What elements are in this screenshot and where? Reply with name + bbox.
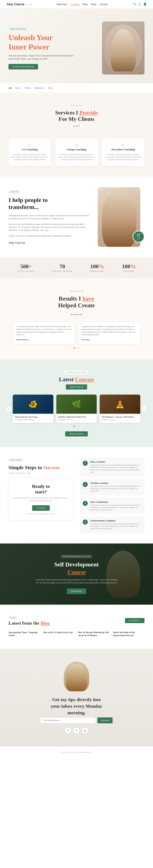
step-item-2: 2 Schedule a meeting Lean about how from… <box>80 479 145 495</box>
blog-post-2: How to Be 1% Better Every Day <box>43 631 75 638</box>
dot-2[interactable] <box>76 347 77 349</box>
browse-courses-button[interactable]: Browse Courses <box>65 431 88 436</box>
course-name-1: Embracing Life and Living <box>15 416 51 418</box>
stat-number-support: 100% <box>122 264 136 270</box>
nav-blog[interactable]: Blog <box>83 3 88 6</box>
hero-subtitle: Discover the simple 3 Steps That I Disco… <box>8 54 76 61</box>
brand-volta: Volta <box>48 87 53 89</box>
course-card-3: 🧘 NLP Beginners - Become a NLP Master Be… <box>100 395 140 423</box>
course-name-2: Redefine: Build Your Perfect Life <box>58 416 95 418</box>
testimonial-author-2: Tom Allen <box>82 339 137 341</box>
steps-right: 1 Make a decision Lean about how from yo… <box>80 458 145 533</box>
courses-dot-3[interactable] <box>78 426 80 427</box>
stat-number-courses: 70 <box>52 264 72 270</box>
blog-title: Latest from the Blog <box>8 620 50 626</box>
results-title: Results I haveHelped Create <box>8 295 145 309</box>
blog-grid: Stop Ignoring These 7 Inspiring Truths H… <box>8 631 145 638</box>
services-section: What I Do Best Services I ProvideFor My … <box>0 93 153 177</box>
ready-card-note: All courses are rightfully Amy Garcias. <box>14 513 68 515</box>
hero-image <box>102 22 145 74</box>
nav-social-links: f i p <box>27 3 31 5</box>
explore-button[interactable]: Explore <box>70 124 84 128</box>
courses-dot-2[interactable] <box>76 426 77 427</box>
stat-number-aspirations: 100% <box>90 264 105 270</box>
nav-courses[interactable]: Courses <box>71 3 80 6</box>
service-desc-3: Sometimes, a goal can feel like. You wan… <box>105 153 141 161</box>
hero-cta-button[interactable]: Get Your Free Guide Now <box>8 64 38 69</box>
steps-title: Simple Steps to Success <box>8 464 73 471</box>
step-title-3: Show Commitment <box>90 501 142 503</box>
testimonials-filter-btn[interactable]: All testimonials <box>66 312 87 317</box>
step-number-4: 4 <box>83 520 88 525</box>
pinterest-icon[interactable]: p <box>30 3 31 5</box>
carousel-prev-button[interactable]: ‹ <box>8 333 13 338</box>
service-desc-1: Sometimes, a goal can feel like. You wan… <box>12 153 48 161</box>
course-info-3: NLP Beginners - Become a NLP Master Begi… <box>100 414 140 423</box>
stats-section: 500+ HAPPY CLIENTS 70 ONLINE COURSES 100… <box>0 257 153 278</box>
transform-signature: Amy Garcia <box>8 241 91 245</box>
courses-prev-button[interactable]: ‹ <box>6 406 11 411</box>
dot-1[interactable] <box>73 347 75 349</box>
testimonials-wrap: "It's amazing how much easier I has been… <box>8 322 145 349</box>
search-icon[interactable]: 🔍 <box>133 3 136 6</box>
footer-pinterest-icon[interactable]: p <box>82 727 88 734</box>
ready-card: Ready tostart? The place you refer to wi… <box>8 478 73 520</box>
subscribe-button[interactable]: Subscribe <box>97 717 113 723</box>
courses-carousel: 🐠 Embracing Life and Living A Transforma… <box>8 395 145 423</box>
course-info-1: Embracing Life and Living A Transformati… <box>13 414 53 423</box>
nature-icon: 🌿 <box>72 400 82 409</box>
step-title-2: Schedule a meeting <box>90 482 142 484</box>
course-card-1: 🐠 Embracing Life and Living A Transforma… <box>13 395 53 423</box>
footer-twitter-icon[interactable]: t <box>73 727 80 734</box>
brand-istock: iStock <box>15 87 21 89</box>
nav-start-here[interactable]: Start Here <box>57 3 67 6</box>
courses-dot-1[interactable] <box>73 426 75 427</box>
blog-post-3: How To Become Ridiculously Self-Aware In… <box>78 631 110 638</box>
stat-support: 100% SUPPORT <box>122 264 136 272</box>
hero-title: Unleash Your Inner Power <box>8 33 76 52</box>
steps-subtitle: A simple 3 step solution steps <box>8 472 73 474</box>
stat-label-clients: HAPPY CLIENTS <box>17 270 35 272</box>
hero-section: Take a Life Coach Unleash Your Inner Pow… <box>0 9 153 83</box>
newsletter-email-input[interactable] <box>40 717 96 723</box>
testimonial-2: "I gained so much confidence in my abili… <box>78 322 140 344</box>
selfdev-title: Self DevelopmentCourse <box>8 561 145 576</box>
courses-next-button[interactable]: › <box>142 406 147 411</box>
courses-section: Check out Recent Work Latest Courses Ope… <box>0 359 153 447</box>
ready-card-title: Ready tostart? <box>14 484 68 495</box>
open-freely-button[interactable]: Open Freely list <box>66 384 87 390</box>
footer-facebook-icon[interactable]: f <box>65 727 71 734</box>
footer: 2023 Amy Garcia - All Rights Reserved <box>0 746 153 757</box>
course-thumb-1: 🐠 <box>13 395 53 414</box>
step-content-3: Show Commitment Lean about how from your… <box>90 501 142 511</box>
course-sub-1: A Transformative Journey <box>15 419 51 421</box>
blog-post-title-3: How To Become Ridiculously Self-Aware In… <box>78 631 110 637</box>
nav-contact[interactable]: Contact <box>100 3 108 6</box>
nav-shop[interactable]: Shop <box>91 3 96 6</box>
brands-bar: LA iStock Shotify Bridgeman Volta <box>0 83 153 93</box>
newsletter-image <box>64 661 89 691</box>
facebook-icon[interactable]: f <box>27 3 27 5</box>
step-desc-4: Lean about how from your next book plann… <box>90 523 142 530</box>
stat-courses: 70 ONLINE COURSES <box>52 264 72 272</box>
all-posts-button[interactable]: ALL POSTS → <box>125 618 145 623</box>
selfdev-cta-button[interactable]: ★ Start Now <box>67 589 86 594</box>
stat-label-support: SUPPORT <box>122 270 136 272</box>
stat-label-courses: ONLINE COURSES <box>52 270 72 272</box>
blog-post-title-2: How to Be 1% Better Every Day <box>43 631 75 634</box>
dot-3[interactable] <box>78 347 80 349</box>
testimonial-quote-2: "I gained so much confidence in my abili… <box>82 326 137 336</box>
service-card-2: 02. Group Coaching Sometimes, a goal can… <box>55 139 98 166</box>
instagram-icon[interactable]: i <box>28 3 29 5</box>
carousel-next-button[interactable]: › <box>140 333 145 338</box>
blog-header: News Latest from the Blog ALL POSTS → <box>8 615 145 626</box>
service-name-2: Group Coaching <box>59 148 94 151</box>
brand-la: LA <box>8 87 12 89</box>
courses-dots <box>8 426 145 427</box>
service-desc-2: Sometimes, a goal can feel like. You wan… <box>59 153 94 161</box>
lets-go-button[interactable]: LFT'S GO! <box>32 505 50 511</box>
service-card-1: 01. 1:1 Coaching Sometimes, a goal can f… <box>8 139 51 166</box>
cart-icon[interactable]: 🛒 <box>138 3 142 6</box>
user-icon[interactable]: 👤 <box>143 3 147 6</box>
service-number-1: 01. <box>12 144 48 146</box>
